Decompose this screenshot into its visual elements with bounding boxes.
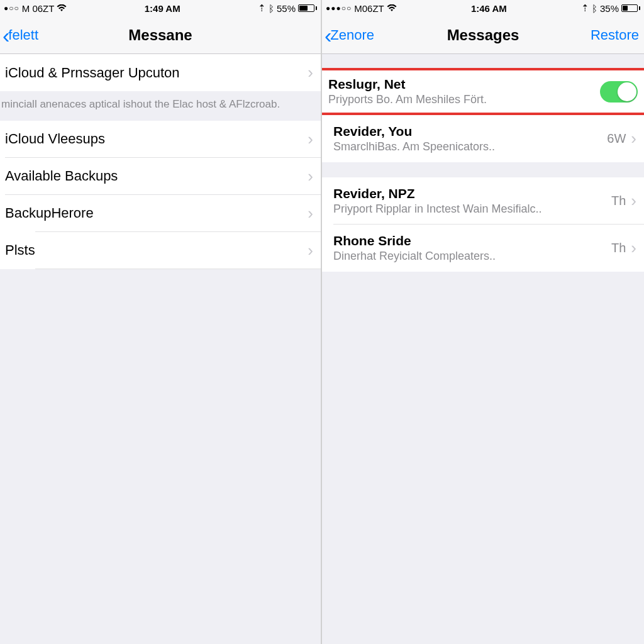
row-label: Available Backups [5,168,304,184]
row-subtitle: Priyports Bo. Am Meshiles Fört. [328,93,600,106]
wifi-icon [57,3,67,14]
row-text: Reslugr, Net Priyports Bo. Am Meshiles F… [328,77,600,106]
row-subtitle: Dinerhat Reyicialt Compleaters.. [333,250,611,263]
chevron-right-icon: › [304,130,313,149]
row-plsts[interactable]: Plsts › [0,232,321,269]
row-title: Revider, NPZ [333,186,611,201]
row-meta: Th [611,194,627,208]
restore-button[interactable]: Restore [591,16,639,53]
row-text: Revider, NPZ Priyport Ripplar in Inctest… [333,186,611,216]
status-bar: ●●●○○ M06ZT 1:46 AM ⇡ ᛒ 35% [322,0,644,16]
bluetooth-icon: ᛒ [269,3,274,14]
row-label: BackupHerore [5,205,304,221]
chevron-right-icon: › [304,63,313,82]
row-text: Revider, You SmarclhiBas. Am Speenicator… [333,124,607,153]
row-subtitle: SmarclhiBas. Am Speenicators.. [333,140,607,153]
row-icloud-backups[interactable]: iCloud Vleesups › [0,121,321,158]
row-meta: Th [611,241,627,255]
row-revider-you[interactable]: Revider, You SmarclhiBas. Am Speenicator… [322,115,644,162]
row-label: iCloud & Prnssager Upcuton [5,65,304,81]
chevron-right-icon: › [304,167,313,186]
toggle-switch[interactable] [600,81,638,103]
content: Reslugr, Net Priyports Bo. Am Meshiles F… [322,54,644,644]
row-text: Rhone Sride Dinerhat Reyicialt Compleate… [333,233,611,263]
row-phone-sride[interactable]: Rhone Sride Dinerhat Reyicialt Compleate… [322,225,644,272]
battery-pct: 35% [600,3,619,14]
carrier-label: M 06ZT [22,3,55,14]
row-icloud-passenger[interactable]: iCloud & Prnssager Upcuton › [0,54,321,91]
row-title: Rhone Sride [333,233,611,248]
page-title: Messane [128,26,192,44]
row-title: Reslugr, Net [328,77,600,92]
row-label: Plsts [5,242,304,258]
page-title: Messages [447,26,519,44]
battery-icon [298,4,317,12]
row-reslugr-net[interactable]: Reslugr, Net Priyports Bo. Am Meshiles F… [322,68,644,115]
group-2: Revider, NPZ Priyport Ripplar in Inctest… [322,177,644,272]
chevron-right-icon: › [304,204,313,223]
back-label: felett [8,27,38,43]
back-button[interactable]: ‹ felett [3,16,38,53]
back-button[interactable]: ‹ Zenore [325,16,374,53]
battery-pct: 55% [277,3,296,14]
left-screen: ●○○ M 06ZT 1:49 AM ⇡ ᛒ 55% ‹ felett Mess… [0,0,322,644]
status-time: 1:46 AM [471,3,507,14]
row-available-backups[interactable]: Available Backups › [0,158,321,195]
chevron-right-icon: › [627,191,636,211]
row-label: iCloud Vleesups [5,131,304,147]
nav-bar: ‹ felett Messane [0,16,321,54]
group-2: iCloud Vleesups › Available Backups › Ba… [0,121,321,269]
status-right: ⇡ ᛒ 35% [581,3,640,14]
signal-icon: ●○○ [4,4,19,13]
status-time: 1:49 AM [145,3,180,14]
row-subtitle: Priyport Ripplar in Inctest Wain Mesifia… [333,203,611,216]
back-label: Zenore [330,27,374,43]
bluetooth-icon: ᛒ [592,3,597,14]
section-footer: minciall anenaces aptical ishout the Ela… [0,91,321,121]
nav-bar: ‹ Zenore Messages Restore [322,16,644,54]
carrier-label: M06ZT [354,3,384,14]
row-title: Revider, You [333,124,607,139]
status-left: ●○○ M 06ZT [4,3,67,14]
nav-arrow-icon: ⇡ [258,3,266,14]
battery-icon [621,4,640,12]
restore-label: Restore [591,27,639,43]
row-backup-restore[interactable]: BackupHerore › [0,195,321,232]
chevron-right-icon: › [627,129,636,148]
row-revider-npz[interactable]: Revider, NPZ Priyport Ripplar in Inctest… [322,177,644,225]
chevron-right-icon: › [627,238,636,258]
right-screen: ●●●○○ M06ZT 1:46 AM ⇡ ᛒ 35% ‹ Zenore Mes… [322,0,644,644]
status-right: ⇡ ᛒ 55% [258,3,317,14]
group-1: iCloud & Prnssager Upcuton › [0,54,321,91]
row-meta: 6W [607,131,627,146]
nav-arrow-icon: ⇡ [581,3,589,14]
status-bar: ●○○ M 06ZT 1:49 AM ⇡ ᛒ 55% [0,0,321,16]
wifi-icon [387,3,397,14]
content: iCloud & Prnssager Upcuton › minciall an… [0,54,321,644]
chevron-right-icon: › [304,241,313,260]
signal-icon: ●●●○○ [326,4,352,13]
status-left: ●●●○○ M06ZT [326,3,397,14]
group-1: Reslugr, Net Priyports Bo. Am Meshiles F… [322,68,644,162]
